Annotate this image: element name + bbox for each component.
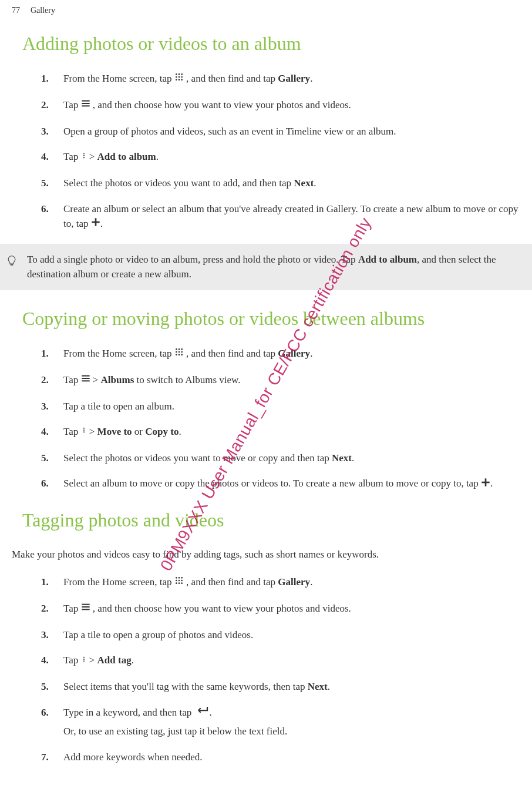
menu-icon — [81, 601, 90, 616]
section-intro: Make your photos and videos easy to find… — [12, 548, 532, 562]
menu-icon — [81, 98, 90, 113]
step-text: From the Home screen, tap , and then fin… — [63, 346, 520, 362]
step-text: Type in a keyword, and then tap .Or, to … — [63, 705, 520, 739]
step-number: 4. — [41, 424, 52, 439]
enter-icon — [194, 705, 210, 720]
step-item: 4.Tap > Move to or Copy to. — [41, 424, 520, 440]
step-number: 5. — [41, 451, 52, 466]
step-item: 6.Type in a keyword, and then tap .Or, t… — [41, 705, 520, 739]
step-number: 4. — [41, 149, 52, 165]
step-number: 2. — [41, 601, 52, 616]
plus-icon — [91, 216, 100, 231]
tip-box: To add a single photo or video to an alb… — [0, 244, 532, 290]
section-heading: Adding photos or videos to an album — [22, 33, 532, 55]
step-text: Tap a tile to open an album. — [63, 399, 520, 414]
step-item: 6.Create an album or select an album tha… — [41, 202, 520, 232]
section-heading: Tagging photos and videos — [22, 509, 532, 531]
step-number: 3. — [41, 399, 52, 414]
step-number: 1. — [41, 575, 52, 590]
menu-icon — [81, 372, 90, 388]
page-number: 77 — [12, 6, 20, 15]
step-text: Create an album or select an album that … — [63, 202, 520, 232]
step-item: 3.Tap a tile to open a group of photos a… — [41, 627, 520, 643]
apps-icon — [174, 71, 184, 86]
section-heading: Copying or moving photos or videos betwe… — [22, 308, 532, 330]
step-number: 2. — [41, 372, 52, 388]
step-item: 2.Tap > Albums to switch to Albums view. — [41, 372, 520, 388]
step-item: 3.Open a group of photos and videos, suc… — [41, 124, 520, 139]
plus-icon — [481, 476, 490, 492]
step-number: 3. — [41, 124, 52, 139]
tip-text: To add a single photo or video to an alb… — [27, 252, 526, 282]
step-item: 7.Add more keywords when needed. — [41, 750, 520, 765]
apps-icon — [174, 575, 184, 590]
step-item: 5.Select items that you'll tag with the … — [41, 679, 520, 694]
step-number: 5. — [41, 679, 52, 694]
step-item: 6.Select an album to move or copy the ph… — [41, 476, 520, 492]
step-number: 4. — [41, 653, 52, 668]
step-text: Tap , and then choose how you want to vi… — [63, 601, 520, 617]
step-number: 2. — [41, 98, 52, 113]
page-header: 77 Gallery — [0, 6, 532, 15]
step-text: Tap > Move to or Copy to. — [63, 424, 520, 440]
step-item: 4.Tap > Add to album. — [41, 149, 520, 165]
step-number: 1. — [41, 346, 52, 361]
step-item: 5.Select the photos or videos you want t… — [41, 451, 520, 466]
step-item: 1.From the Home screen, tap , and then f… — [41, 575, 520, 590]
more-icon — [81, 424, 87, 439]
step-text: Select the photos or videos you want to … — [63, 176, 520, 191]
step-text: Tap > Albums to switch to Albums view. — [63, 372, 520, 388]
step-number: 3. — [41, 627, 52, 643]
step-text: Select an album to move or copy the phot… — [63, 476, 520, 492]
step-text: Open a group of photos and videos, such … — [63, 124, 520, 139]
step-text: From the Home screen, tap , and then fin… — [63, 71, 520, 87]
step-text: Select items that you'll tag with the sa… — [63, 679, 520, 694]
step-text: Tap > Add tag. — [63, 653, 520, 669]
step-number: 6. — [41, 476, 52, 491]
step-item: 2.Tap , and then choose how you want to … — [41, 601, 520, 617]
header-section: Gallery — [31, 6, 55, 15]
more-icon — [81, 150, 87, 165]
step-text: Tap > Add to album. — [63, 149, 520, 165]
step-text: Tap a tile to open a group of photos and… — [63, 627, 520, 643]
step-item: 1.From the Home screen, tap , and then f… — [41, 346, 520, 362]
apps-icon — [174, 346, 184, 361]
steps-list: 1.From the Home screen, tap , and then f… — [41, 346, 520, 492]
step-item: 3.Tap a tile to open an album. — [41, 399, 520, 414]
step-item: 5.Select the photos or videos you want t… — [41, 176, 520, 191]
step-number: 7. — [41, 750, 52, 765]
more-icon — [81, 653, 87, 669]
lightbulb-icon — [6, 254, 18, 270]
step-text: Tap , and then choose how you want to vi… — [63, 98, 520, 113]
step-item: 4.Tap > Add tag. — [41, 653, 520, 669]
step-number: 5. — [41, 176, 52, 191]
step-text: Add more keywords when needed. — [63, 750, 520, 765]
step-number: 6. — [41, 705, 52, 720]
steps-list: 1.From the Home screen, tap , and then f… — [41, 71, 520, 232]
step-text: Select the photos or videos you want to … — [63, 451, 520, 466]
step-number: 1. — [41, 71, 52, 86]
steps-list: 1.From the Home screen, tap , and then f… — [41, 575, 520, 764]
step-number: 6. — [41, 202, 52, 217]
step-text: From the Home screen, tap , and then fin… — [63, 575, 520, 590]
step-item: 1.From the Home screen, tap , and then f… — [41, 71, 520, 87]
step-item: 2.Tap , and then choose how you want to … — [41, 98, 520, 113]
